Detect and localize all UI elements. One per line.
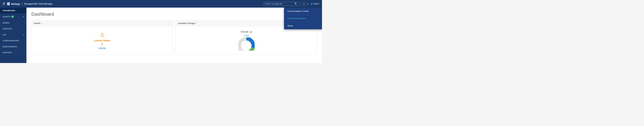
sidebar-label-nodes: NODES — [3, 22, 10, 24]
app-title: StorageGRID Grid Manager — [24, 3, 53, 5]
nav-divider: | — [22, 2, 22, 6]
search-input[interactable] — [265, 3, 294, 5]
main-content: Dashboard Health ℹ ⚠ License Status 1 Li… — [26, 8, 322, 63]
sidebar-item-ilm[interactable]: ILM ▾ — [0, 32, 26, 38]
storage-overall-label: Overall 📊 — [240, 30, 252, 33]
health-card: Health ℹ ⚠ License Status 1 License — [31, 20, 173, 55]
sidebar-item-maintenance[interactable]: MAINTENANCE — [0, 44, 26, 50]
license-count: 1 — [101, 43, 103, 46]
health-warning-icon: ⚠ — [100, 32, 104, 38]
storage-card-body: Overall 📊 Used — [176, 26, 317, 54]
help-dropdown: Documentation Center API Documentation A… — [284, 8, 322, 29]
sidebar-item-configuration[interactable]: CONFIGURATION — [0, 38, 26, 44]
sidebar-label-configuration: CONFIGURATION — [3, 40, 19, 42]
search-box[interactable]: 🔍 — [264, 2, 300, 6]
storage-used-label: Used — [244, 34, 248, 37]
health-card-header: Health ℹ — [32, 20, 173, 26]
main-layout: DASHBOARD ALERTS ✓ ▾ NODES TENANTS ILM ▾… — [0, 8, 322, 63]
sidebar-item-dashboard[interactable]: DASHBOARD — [0, 8, 26, 14]
sidebar-label-maintenance: MAINTENANCE — [3, 46, 17, 48]
storage-card-title: Available Storage — [178, 22, 195, 25]
user-chevron-icon: ▾ — [318, 3, 319, 5]
license-status-link[interactable]: License Status — [94, 39, 110, 42]
user-label: Root — [314, 3, 318, 5]
storage-donut-chart — [238, 37, 255, 51]
sidebar-label-tenants: TENANTS — [3, 28, 12, 30]
top-nav: ☰ N NetApp | StorageGRID Grid Manager 🔍 … — [0, 0, 322, 8]
help-api-doc[interactable]: API Documentation — [284, 15, 322, 22]
sidebar-label-alerts: ALERTS — [3, 16, 10, 18]
user-icon: 👤 — [310, 3, 313, 5]
search-icon: 🔍 — [294, 3, 297, 5]
alerts-status-icon: ✓ — [12, 16, 14, 18]
help-doc-center[interactable]: Documentation Center — [284, 8, 322, 15]
sidebar-item-alerts[interactable]: ALERTS ✓ ▾ — [0, 14, 26, 20]
hamburger-menu[interactable]: ☰ — [3, 2, 5, 6]
overall-text: Overall — [240, 30, 248, 33]
ilm-chevron-icon: ▾ — [23, 34, 24, 36]
netapp-logo-label: NetApp — [11, 3, 20, 5]
sidebar-item-nodes[interactable]: NODES — [0, 20, 26, 26]
health-card-title: Health — [34, 22, 40, 25]
page-title: Dashboard — [31, 12, 317, 17]
sidebar: DASHBOARD ALERTS ✓ ▾ NODES TENANTS ILM ▾… — [0, 8, 26, 63]
sidebar-item-support[interactable]: SUPPORT — [0, 50, 26, 56]
health-card-body: ⚠ License Status 1 License — [32, 26, 173, 54]
license-link[interactable]: License — [98, 47, 106, 49]
help-question-icon: ? — [303, 3, 304, 5]
help-about[interactable]: About — [284, 22, 322, 29]
help-chevron-icon[interactable]: ▲ — [307, 3, 308, 5]
nav-logo: N NetApp — [7, 3, 20, 5]
user-menu[interactable]: 👤 Root ▾ — [310, 3, 319, 5]
netapp-logo-icon: N — [7, 3, 10, 5]
sidebar-label-dashboard: DASHBOARD — [3, 10, 15, 12]
help-button[interactable]: ? — [302, 2, 306, 6]
storage-info-icon[interactable]: ℹ — [196, 22, 197, 25]
dashboard-cards: Health ℹ ⚠ License Status 1 License Avai… — [31, 20, 317, 55]
health-info-icon[interactable]: ℹ — [41, 22, 42, 25]
sidebar-item-tenants[interactable]: TENANTS — [0, 26, 26, 32]
bar-chart-icon: 📊 — [249, 30, 252, 33]
alerts-chevron-icon: ▾ — [23, 16, 24, 18]
donut-svg — [238, 37, 255, 51]
sidebar-label-ilm: ILM — [3, 34, 6, 36]
sidebar-label-support: SUPPORT — [3, 52, 12, 54]
